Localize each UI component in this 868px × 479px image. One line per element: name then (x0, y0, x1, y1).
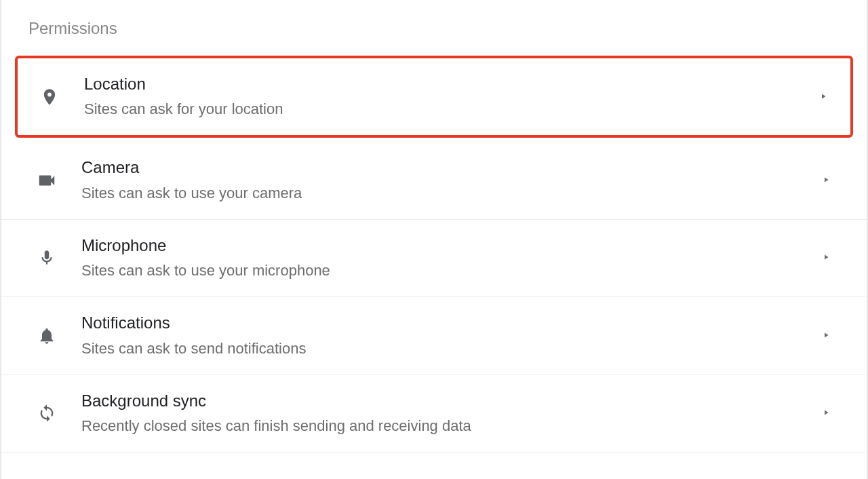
permission-row-background-sync[interactable]: Background sync Recently closed sites ca… (1, 375, 867, 453)
permissions-panel: Permissions Location Sites can ask for y… (0, 0, 868, 479)
camera-icon (30, 170, 64, 191)
permission-subtitle: Sites can ask to send notifications (81, 337, 822, 360)
permission-text: Camera Sites can ask to use your camera (64, 157, 822, 204)
permission-text: Notifications Sites can ask to send noti… (64, 312, 822, 359)
permission-title: Microphone (81, 235, 822, 256)
permission-title: Notifications (81, 312, 822, 334)
microphone-icon (30, 249, 64, 267)
permission-title: Location (84, 73, 819, 95)
permission-title: Background sync (81, 390, 822, 412)
permission-row-location[interactable]: Location Sites can ask for your location (15, 56, 853, 138)
permission-row-notifications[interactable]: Notifications Sites can ask to send noti… (1, 297, 867, 375)
permission-subtitle: Sites can ask to use your camera (81, 182, 822, 204)
permission-text: Background sync Recently closed sites ca… (64, 390, 822, 437)
permission-title: Camera (81, 157, 822, 178)
permission-subtitle: Sites can ask to use your microphone (81, 259, 822, 282)
bell-icon (30, 326, 64, 345)
location-pin-icon (33, 88, 66, 107)
permission-text: Microphone Sites can ask to use your mic… (64, 235, 822, 282)
chevron-right-icon (819, 91, 830, 103)
permission-row-camera[interactable]: Camera Sites can ask to use your camera (1, 142, 867, 219)
permission-subtitle: Sites can ask for your location (84, 98, 819, 120)
permission-row-microphone[interactable]: Microphone Sites can ask to use your mic… (1, 220, 867, 297)
chevron-right-icon (822, 174, 833, 187)
permission-subtitle: Recently closed sites can finish sending… (81, 415, 822, 437)
chevron-right-icon (822, 330, 833, 342)
section-header: Permissions (1, 7, 867, 56)
permission-text: Location Sites can ask for your location (66, 73, 819, 120)
chevron-right-icon (822, 407, 833, 419)
chevron-right-icon (822, 252, 833, 264)
sync-icon (30, 404, 64, 423)
